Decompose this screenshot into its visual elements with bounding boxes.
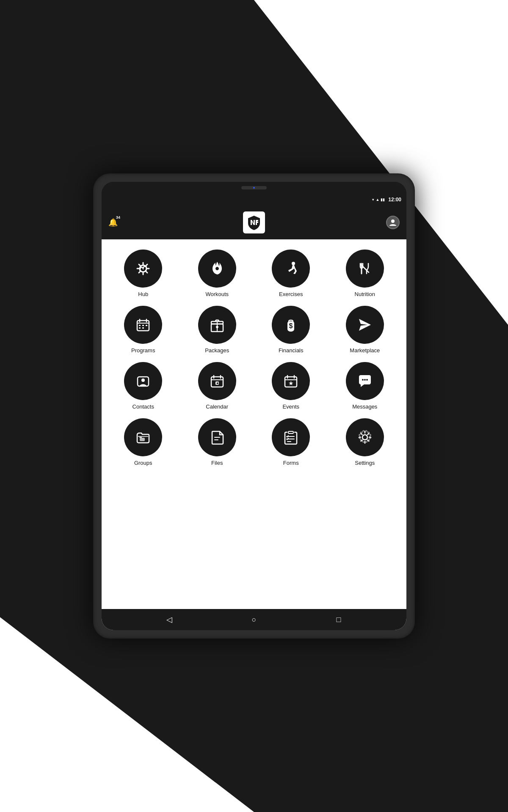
status-time: 12:00 — [388, 197, 401, 203]
svg-point-37 — [362, 379, 364, 381]
user-avatar[interactable] — [386, 216, 400, 229]
camera-dot — [252, 186, 256, 189]
app-label-events: Events — [282, 403, 299, 410]
app-label-packages: Packages — [205, 347, 229, 354]
svg-point-7 — [292, 262, 295, 265]
svg-point-39 — [366, 379, 368, 381]
svg-rect-15 — [142, 325, 144, 326]
app-icon-groups — [124, 418, 162, 456]
app-label-groups: Groups — [134, 460, 152, 466]
svg-rect-17 — [139, 327, 141, 329]
screen: ▾ ▲ ▮▮ 12:00 🔔 34 — [102, 194, 406, 630]
svg-marker-23 — [359, 319, 371, 331]
svg-point-25 — [141, 379, 145, 382]
svg-rect-43 — [288, 431, 293, 433]
svg-text:★: ★ — [215, 381, 219, 385]
app-label-contacts: Contacts — [133, 403, 154, 410]
tablet-device: ▾ ▲ ▮▮ 12:00 🔔 34 — [93, 173, 415, 639]
app-label-forms: Forms — [283, 460, 299, 466]
svg-rect-40 — [140, 438, 145, 441]
app-header: 🔔 34 — [102, 206, 406, 239]
bottom-nav: ◁ ○ □ — [102, 609, 406, 630]
header-right — [386, 216, 400, 229]
back-button[interactable]: ◁ — [163, 613, 176, 626]
tablet-top-bar — [102, 182, 406, 194]
app-label-exercises: Exercises — [279, 291, 303, 297]
app-grid: Hub Workouts Exercises Nutrition — [108, 250, 400, 466]
notification-badge: 34 — [116, 215, 120, 219]
svg-text:★: ★ — [288, 380, 294, 387]
status-icons: ▾ ▲ ▮▮ — [372, 198, 385, 202]
app-item-events[interactable]: ★ Events — [256, 362, 326, 410]
app-icon-events: ★ — [272, 362, 310, 400]
svg-rect-14 — [139, 325, 141, 326]
app-item-workouts[interactable]: Workouts — [182, 250, 252, 297]
svg-point-1 — [391, 219, 395, 223]
battery-icon: ▮▮ — [381, 198, 385, 202]
app-icon-packages — [198, 306, 236, 344]
app-item-financials[interactable]: $ Financials — [256, 306, 326, 354]
app-label-calendar: Calendar — [206, 403, 228, 410]
app-label-nutrition: Nutrition — [355, 291, 375, 297]
app-label-marketplace: Marketplace — [350, 347, 380, 354]
recent-button[interactable]: □ — [332, 613, 345, 626]
status-bar: ▾ ▲ ▮▮ 12:00 — [102, 194, 406, 206]
app-label-messages: Messages — [352, 403, 377, 410]
header-left: 🔔 34 — [108, 218, 118, 227]
app-label-financials: Financials — [279, 347, 304, 354]
app-icon-nutrition — [346, 250, 384, 288]
app-item-hub[interactable]: Hub — [108, 250, 178, 297]
app-icon-marketplace — [346, 306, 384, 344]
app-item-groups[interactable]: Groups — [108, 418, 178, 466]
app-label-settings: Settings — [355, 460, 375, 466]
app-item-packages[interactable]: Packages — [182, 306, 252, 354]
app-icon-contacts — [124, 362, 162, 400]
svg-point-47 — [362, 435, 367, 440]
app-icon-forms — [272, 418, 310, 456]
app-item-marketplace[interactable]: Marketplace — [330, 306, 400, 354]
app-item-settings[interactable]: Settings — [330, 418, 400, 466]
app-logo — [243, 211, 265, 233]
app-label-hub: Hub — [138, 291, 148, 297]
app-item-nutrition[interactable]: Nutrition — [330, 250, 400, 297]
app-item-contacts[interactable]: Contacts — [108, 362, 178, 410]
app-label-workouts: Workouts — [205, 291, 229, 297]
svg-text:$: $ — [289, 322, 293, 329]
wifi-icon: ▾ — [372, 198, 374, 202]
app-icon-workouts — [198, 250, 236, 288]
svg-rect-18 — [142, 327, 144, 329]
app-icon-exercises — [272, 250, 310, 288]
home-button[interactable]: ○ — [247, 613, 261, 626]
app-icon-messages — [346, 362, 384, 400]
main-content: Hub Workouts Exercises Nutrition — [102, 239, 406, 609]
tablet-screen: ▾ ▲ ▮▮ 12:00 🔔 34 — [102, 182, 406, 630]
app-icon-financials: $ — [272, 306, 310, 344]
camera-bump — [241, 186, 267, 189]
app-icon-files — [198, 418, 236, 456]
app-icon-programs — [124, 306, 162, 344]
app-label-programs: Programs — [131, 347, 155, 354]
app-label-files: Files — [211, 460, 223, 466]
ntf-logo-svg — [246, 214, 262, 231]
app-item-calendar[interactable]: ★ Calendar — [182, 362, 252, 410]
app-icon-hub — [124, 250, 162, 288]
svg-point-38 — [364, 379, 366, 381]
app-icon-settings — [346, 418, 384, 456]
signal-icon: ▲ — [375, 198, 379, 202]
svg-rect-16 — [146, 325, 147, 326]
notification-bell[interactable]: 🔔 34 — [108, 218, 118, 227]
app-item-exercises[interactable]: Exercises — [256, 250, 326, 297]
app-item-programs[interactable]: Programs — [108, 306, 178, 354]
app-item-forms[interactable]: Forms — [256, 418, 326, 466]
app-item-files[interactable]: Files — [182, 418, 252, 466]
app-icon-calendar: ★ — [198, 362, 236, 400]
app-item-messages[interactable]: Messages — [330, 362, 400, 410]
